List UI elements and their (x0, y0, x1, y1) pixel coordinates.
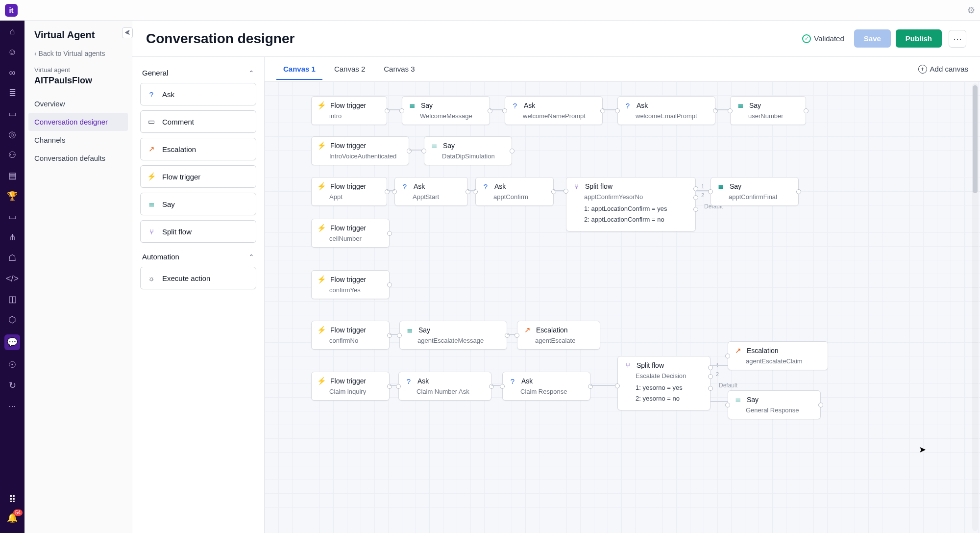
rail-more-icon[interactable]: ··· (6, 400, 18, 412)
node-out-port[interactable] (693, 207, 698, 212)
palette-item-flow-trigger[interactable]: ⚡Flow trigger (140, 165, 256, 188)
node-ask[interactable]: ?Ask welcomeNamePrompt (505, 96, 603, 125)
node-in-port[interactable] (421, 149, 426, 153)
node-escalation[interactable]: ↗Escalation agentEscalate (517, 321, 600, 350)
canvas-scrollbar[interactable] (972, 83, 978, 531)
node-say[interactable]: ≣Say apptConfirmFinal (710, 177, 799, 206)
collapse-sidebar-button[interactable]: ⮜ (122, 27, 133, 38)
node-in-port[interactable] (473, 189, 478, 194)
node-out-port[interactable] (385, 189, 390, 194)
rail-bars-icon[interactable]: ≣ (6, 87, 18, 99)
node-out-port[interactable] (551, 189, 556, 194)
node-in-port[interactable] (728, 108, 733, 113)
save-button[interactable]: Save (854, 29, 891, 48)
node-ask[interactable]: ?Ask apptConfirm (475, 177, 554, 206)
node-in-port[interactable] (396, 384, 401, 389)
node-say[interactable]: ≣Say userNumber (730, 96, 806, 125)
tab-canvas-1[interactable]: Canvas 1 (276, 58, 322, 80)
canvas[interactable]: ⚡Flow trigger intro ≣Say WelcomeMessage … (265, 81, 980, 533)
rail-id-icon[interactable]: ▭ (6, 108, 18, 120)
rail-people-icon[interactable]: ⚇ (6, 149, 18, 161)
app-logo[interactable]: it (5, 4, 18, 17)
node-out-port[interactable] (505, 333, 510, 338)
node-out-port[interactable] (489, 384, 494, 389)
node-out-port[interactable] (387, 384, 392, 389)
rail-shield-icon[interactable]: ☖ (6, 252, 18, 264)
back-link[interactable]: Back to Virtual agents (24, 50, 132, 66)
window-settings-icon[interactable]: ⚙ (967, 5, 975, 16)
node-in-port[interactable] (725, 354, 730, 358)
rail-chip-icon[interactable]: ◫ (6, 293, 18, 305)
node-out-port[interactable] (708, 386, 713, 391)
node-in-port[interactable] (615, 108, 620, 113)
rail-notification-icon[interactable]: 🔔 54 (7, 512, 18, 523)
node-in-port[interactable] (725, 403, 730, 407)
node-out-port[interactable] (818, 403, 823, 407)
sidebar-item-conversation-defaults[interactable]: Conversation defaults (24, 149, 132, 167)
node-in-port[interactable] (397, 333, 402, 338)
node-flow-trigger[interactable]: ⚡Flow trigger Appt (311, 177, 387, 206)
node-ask[interactable]: ?Ask Claim Number Ask (398, 372, 491, 401)
node-out-port[interactable] (407, 149, 412, 153)
scrollbar-thumb[interactable] (973, 85, 978, 193)
node-say[interactable]: ≣Say WelcomeMessage (402, 96, 490, 125)
node-escalation[interactable]: ↗Escalation agentEscalateClaim (728, 341, 828, 370)
publish-button[interactable]: Publish (896, 29, 942, 48)
node-flow-trigger[interactable]: ⚡Flow trigger IntroVoiceAuthenticated (311, 136, 409, 165)
rail-target-icon[interactable]: ◎ (6, 128, 18, 140)
node-out-port[interactable] (387, 231, 392, 236)
node-say[interactable]: ≣Say agentEscalateMessage (399, 321, 507, 350)
rail-code-icon[interactable]: </> (6, 273, 18, 284)
palette-item-execute-action[interactable]: ☼Execute action (140, 267, 256, 289)
node-in-port[interactable] (708, 189, 713, 194)
node-split-flow[interactable]: ⑂Split flow apptConfirmYesorNo 1: apptLo… (566, 177, 696, 231)
rail-fork-icon[interactable]: ⋔ (6, 231, 18, 243)
node-in-port[interactable] (615, 383, 620, 388)
node-out-port[interactable] (804, 108, 808, 113)
rail-eye-icon[interactable]: ☉ (6, 359, 18, 371)
palette-item-comment[interactable]: ▭Comment (140, 110, 256, 133)
palette-section-general[interactable]: General ⌃ (140, 64, 256, 83)
node-out-port[interactable] (588, 384, 593, 389)
node-out-port[interactable] (510, 149, 514, 153)
rail-trophy-icon[interactable]: 🏆 (6, 190, 18, 202)
node-flow-trigger[interactable]: ⚡Flow trigger cellNumber (311, 219, 390, 248)
node-out-port[interactable] (387, 333, 392, 338)
node-in-port[interactable] (392, 189, 397, 194)
node-ask[interactable]: ?Ask Claim Response (502, 372, 590, 401)
add-canvas-button[interactable]: + Add canvas (918, 65, 968, 74)
node-out-port[interactable] (488, 108, 492, 113)
tab-canvas-2[interactable]: Canvas 2 (327, 58, 372, 80)
more-actions-button[interactable]: ⋯ (949, 30, 966, 48)
rail-arrow-icon[interactable]: ↻ (6, 380, 18, 391)
node-out-port[interactable] (713, 108, 718, 113)
rail-apps-icon[interactable]: ⠿ (9, 494, 16, 506)
node-flow-trigger[interactable]: ⚡Flow trigger Claim inquiry (311, 372, 390, 401)
node-out-port[interactable] (693, 195, 698, 200)
node-split-flow[interactable]: ⑂Split flow Escalate Decision 1: yesorno… (617, 356, 710, 410)
node-in-port[interactable] (564, 189, 568, 194)
rail-home-icon[interactable]: ⌂ (6, 25, 18, 37)
node-out-port[interactable] (387, 282, 392, 287)
rail-link-icon[interactable]: ∞ (6, 67, 18, 78)
node-say[interactable]: ≣Say DataDipSimulation (424, 136, 512, 165)
sidebar-item-conversation-designer[interactable]: Conversation designer (28, 113, 128, 131)
node-flow-trigger[interactable]: ⚡Flow trigger confirmYes (311, 270, 390, 299)
palette-item-split-flow[interactable]: ⑂Split flow (140, 220, 256, 243)
node-in-port[interactable] (502, 108, 507, 113)
sidebar-item-overview[interactable]: Overview (24, 95, 132, 113)
palette-item-escalation[interactable]: ↗Escalation (140, 138, 256, 160)
node-out-port[interactable] (708, 365, 713, 370)
node-say[interactable]: ≣Say General Response (728, 390, 821, 419)
node-flow-trigger[interactable]: ⚡Flow trigger confirmNo (311, 321, 390, 350)
rail-puzzle-icon[interactable]: ⬡ (6, 314, 18, 326)
node-out-port[interactable] (600, 108, 605, 113)
palette-item-ask[interactable]: ?Ask (140, 83, 256, 105)
palette-item-say[interactable]: ≣Say (140, 193, 256, 215)
tab-canvas-3[interactable]: Canvas 3 (377, 58, 421, 80)
node-ask[interactable]: ?Ask ApptStart (394, 177, 468, 206)
sidebar-item-channels[interactable]: Channels (24, 131, 132, 149)
rail-user-icon[interactable]: ☺ (6, 46, 18, 58)
node-in-port[interactable] (514, 333, 519, 338)
node-out-port[interactable] (385, 108, 390, 113)
